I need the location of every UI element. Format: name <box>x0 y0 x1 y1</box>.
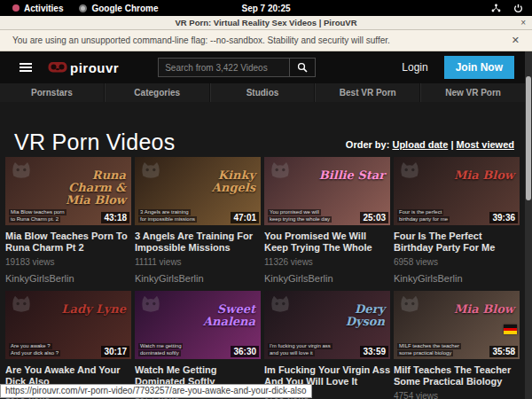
join-now-button[interactable]: Join Now <box>444 56 514 79</box>
focused-app-menu[interactable]: Google Chrome <box>79 4 158 13</box>
video-thumbnail[interactable]: Billie Star You promised we willkeep try… <box>264 157 390 225</box>
status-bar-url: https://pirouvr.com/vr-porn-video/779325… <box>0 384 312 398</box>
login-link[interactable]: Login <box>395 61 434 74</box>
activities-button[interactable]: Activities <box>12 4 63 13</box>
nav-item-new-vr-porn[interactable]: New VR Porn <box>420 83 525 102</box>
search-bar <box>158 58 316 77</box>
tab-title[interactable]: VR Porn: Virtual Reality Sex Videos | Pi… <box>0 18 532 27</box>
german-flag-icon <box>504 325 517 334</box>
cat-watermark-icon <box>269 293 292 313</box>
thumbnail-caption: 3 Angels are trainingfor impossible miss… <box>138 209 231 223</box>
warning-message: You are using an unsupported command-lin… <box>9 35 508 45</box>
focused-app-label: Google Chrome <box>91 4 158 13</box>
video-thumbnail[interactable]: Lady Lyne Are you awake ?And your dick a… <box>5 291 131 359</box>
thumbnail-overlay-name: Mia Blow <box>454 169 514 182</box>
video-title[interactable]: Mia Blow Teaches Porn To Runa Charm Pt 2 <box>5 231 131 254</box>
page-heading-row: VR Porn Videos Order by: Upload date | M… <box>0 102 525 155</box>
order-most-viewed-link[interactable]: Most viewed <box>457 139 514 150</box>
video-title[interactable]: Four Is The Perfect Birthday Party For M… <box>394 231 520 254</box>
thumbnail-caption: MILF teaches the teachersome practical b… <box>397 343 489 356</box>
video-thumbnail[interactable]: Sweet Analena Watch me gettingdominated … <box>135 291 261 359</box>
thumbnail-caption: You promised we willkeep trying the whol… <box>268 209 360 223</box>
search-input[interactable] <box>158 58 289 77</box>
thumbnail-overlay-name: Kinky Angels <box>184 169 255 194</box>
order-upload-date-link[interactable]: Upload date <box>392 139 448 150</box>
video-views: 11111 views <box>135 257 261 267</box>
video-card[interactable]: Dery Dyson I'm fucking your virgin assan… <box>264 291 390 399</box>
video-card[interactable]: Runa Charm & Mia Blow Mia Blow teaches p… <box>5 157 131 284</box>
video-title[interactable]: 3 Angels Are Training For Impossible Mis… <box>135 231 261 254</box>
video-studio-link[interactable]: KinkyGirlsBerlin <box>264 273 390 284</box>
video-card[interactable]: Sweet Analena Watch me gettingdominated … <box>135 291 261 399</box>
video-studio-link[interactable]: KinkyGirlsBerlin <box>394 273 520 284</box>
video-card[interactable]: Mia Blow Four is the perfectbirthday par… <box>394 157 520 284</box>
video-grid: Runa Charm & Mia Blow Mia Blow teaches p… <box>0 155 525 399</box>
order-separator: | <box>450 139 453 150</box>
vertical-scrollbar[interactable] <box>525 51 532 399</box>
thumbnail-overlay-name: Runa Charm & Mia Blow <box>55 169 126 207</box>
sandbox-warning-bar: You are using an unsupported command-lin… <box>0 30 532 51</box>
video-title[interactable]: You Promised We Will Keep Trying The Who… <box>264 231 390 254</box>
video-title[interactable]: Milf Teaches The Teacher Some Practical … <box>394 364 520 387</box>
video-card[interactable]: Kinky Angels 3 Angels are trainingfor im… <box>135 157 261 284</box>
chrome-app-icon <box>79 4 87 12</box>
cat-watermark-icon <box>10 293 33 313</box>
cat-watermark-icon <box>398 293 421 313</box>
nav-item-best-vr-porn[interactable]: Best VR Porn <box>315 83 420 102</box>
screen: Activities Google Chrome Sep 7 20:25 VR … <box>0 0 532 399</box>
menu-hamburger-icon[interactable] <box>20 63 32 72</box>
order-by: Order by: Upload date | Most viewed <box>346 139 514 155</box>
duration-badge: 30:17 <box>101 346 129 357</box>
thumbnail-overlay-name: Sweet Analena <box>184 303 255 328</box>
video-thumbnail[interactable]: Mia Blow MILF teaches the teachersome pr… <box>394 291 520 359</box>
video-card[interactable]: Mia Blow MILF teaches the teachersome pr… <box>394 291 520 399</box>
nav-item-categories[interactable]: Categories <box>105 83 210 102</box>
scrollbar-thumb[interactable] <box>526 76 531 200</box>
video-thumbnail[interactable]: Runa Charm & Mia Blow Mia Blow teaches p… <box>5 157 131 225</box>
video-studio-link[interactable]: KinkyGirlsBerlin <box>5 273 131 284</box>
duration-badge: 35:58 <box>489 346 518 357</box>
thumbnail-caption: Watch me gettingdominated softly <box>138 343 231 356</box>
video-views: 4754 views <box>394 391 520 399</box>
video-views: 11326 views <box>264 257 390 267</box>
video-card[interactable]: Lady Lyne Are you awake ?And your dick a… <box>5 291 131 399</box>
power-tray-icon[interactable] <box>513 4 523 13</box>
video-card[interactable]: Billie Star You promised we willkeep try… <box>264 157 390 284</box>
activities-indicator-icon <box>12 4 20 12</box>
duration-badge: 39:36 <box>489 212 518 223</box>
page-content: pirouvr Login Join Now PornstarsCategori… <box>0 51 525 399</box>
warning-close-icon[interactable]: ✕ <box>508 35 523 46</box>
thumbnail-overlay-name: Billie Star <box>319 169 385 182</box>
thumbnail-caption: I'm fucking your virgin assand you will … <box>268 343 360 356</box>
nav-item-pornstars[interactable]: Pornstars <box>0 83 105 102</box>
logo-text: pirouvr <box>70 60 119 75</box>
main-nav: PornstarsCategoriesStudiosBest VR PornNe… <box>0 83 525 102</box>
duration-badge: 36:30 <box>231 346 259 357</box>
search-icon <box>297 62 308 73</box>
duration-badge: 25:03 <box>360 212 388 223</box>
thumbnail-overlay-name: Dery Dyson <box>314 303 385 328</box>
cat-watermark-icon <box>139 160 162 179</box>
video-thumbnail[interactable]: Kinky Angels 3 Angels are trainingfor im… <box>135 157 261 225</box>
duration-badge: 43:18 <box>101 212 129 223</box>
network-tray-icon[interactable] <box>491 4 501 12</box>
browser-tab-bar: VR Porn: Virtual Reality Sex Videos | Pi… <box>0 16 532 30</box>
video-thumbnail[interactable]: Dery Dyson I'm fucking your virgin assan… <box>264 291 390 359</box>
thumbnail-caption: Mia Blow teaches pornto Runa Charm pt. 2 <box>9 209 101 223</box>
activities-label: Activities <box>24 4 63 13</box>
system-top-bar: Activities Google Chrome Sep 7 20:25 <box>0 0 532 16</box>
tab-close-icon[interactable]: × <box>520 18 526 27</box>
site-header: pirouvr Login Join Now <box>0 51 525 83</box>
cat-watermark-icon <box>10 160 33 179</box>
nav-item-studios[interactable]: Studios <box>210 83 316 102</box>
thumbnail-overlay-name: Lady Lyne <box>61 303 126 316</box>
page-title: VR Porn Videos <box>14 129 176 155</box>
video-studio-link[interactable]: KinkyGirlsBerlin <box>135 273 261 284</box>
duration-badge: 47:01 <box>231 212 259 223</box>
search-button[interactable] <box>289 58 316 77</box>
video-views: 6958 views <box>394 257 520 267</box>
thumbnail-overlay-name: Mia Blow <box>454 303 514 316</box>
video-thumbnail[interactable]: Mia Blow Four is the perfectbirthday par… <box>394 157 520 225</box>
site-logo[interactable]: pirouvr <box>48 60 119 75</box>
browser-viewport: pirouvr Login Join Now PornstarsCategori… <box>0 51 532 399</box>
